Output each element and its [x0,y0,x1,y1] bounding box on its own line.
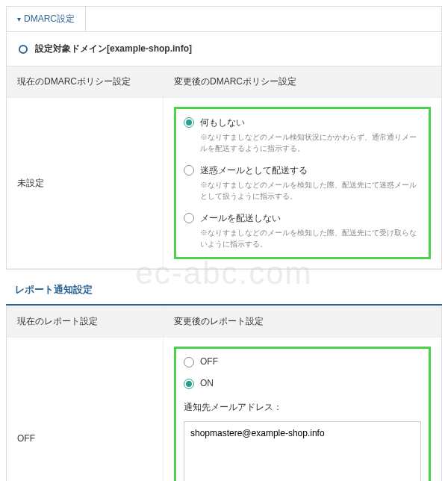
report-header-current: 現在のレポート設定 [7,306,164,337]
dmarc-current-value: 未設定 [7,98,164,268]
target-domain-row: 設定対象ドメイン[example-shop.info] [7,32,441,66]
domain-suffix: ] [189,43,192,54]
dmarc-options-group: 何もしない ※なりすましなどのメール検知状況にかかわらず、通常通りメールを配送す… [174,107,431,259]
domain-name: example-shop.info [110,43,189,54]
domain-prefix: 設定対象ドメイン[ [35,43,110,54]
radio-report-off[interactable] [184,357,194,367]
dmarc-header-current: 現在のDMARCポリシー設定 [7,66,164,97]
tab-dmarc[interactable]: ▾DMARC設定 [7,7,86,31]
radio-dmarc-none-label: 何もしない [200,117,421,129]
radio-dmarc-reject[interactable] [184,213,194,223]
report-header-after: 変更後のレポート設定 [164,306,441,337]
email-textarea[interactable] [184,421,421,481]
dmarc-header-after: 変更後のDMARCポリシー設定 [164,66,441,97]
tab-label: DMARC設定 [24,13,75,24]
report-options-group: OFF ON 通知先メールアドレス： [174,347,431,481]
radio-report-off-label: OFF [200,356,421,367]
radio-dmarc-reject-desc: ※なりすましなどのメールを検知した際、配送先にて受け取らないように指示する。 [200,227,421,249]
email-field-label: 通知先メールアドレス： [184,401,421,414]
radio-report-on-label: ON [200,378,421,388]
report-panel: 現在のレポート設定 変更後のレポート設定 OFF OFF ON [6,305,442,481]
radio-dmarc-spam-desc: ※なりすましなどのメールを検知した際、配送先にて迷惑メールとして扱うように指示す… [200,179,421,202]
tab-bar: ▾DMARC設定 [7,7,441,32]
report-section-title: レポート通知設定 [6,276,442,305]
radio-dmarc-reject-label: メールを配送しない [200,212,421,225]
radio-dmarc-none-desc: ※なりすましなどのメール検知状況にかかわらず、通常通りメールを配送するように指示… [200,131,421,154]
dmarc-panel: ▾DMARC設定 設定対象ドメイン[example-shop.info] 現在の… [6,6,442,270]
report-current-value: OFF [7,338,164,481]
radio-dmarc-spam-label: 迷惑メールとして配送する [200,164,421,177]
bullet-icon [19,45,28,54]
chevron-down-icon: ▾ [17,15,21,23]
radio-report-on[interactable] [184,379,194,389]
radio-dmarc-spam[interactable] [184,165,194,176]
radio-dmarc-none[interactable] [184,117,194,128]
